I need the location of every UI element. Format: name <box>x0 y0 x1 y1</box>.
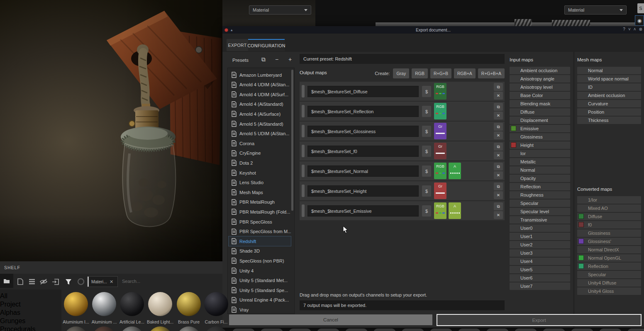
map-item[interactable]: f0 <box>577 221 641 229</box>
output-map-name-field[interactable]: $mesh_$textureSet_Normal <box>307 166 419 177</box>
channel-tile-gr[interactable]: Gr <box>434 123 446 139</box>
list-view-button[interactable] <box>27 276 37 287</box>
preset-item[interactable]: CryEngine <box>229 148 291 158</box>
map-item[interactable]: Height <box>510 141 570 149</box>
export-button[interactable]: Export <box>437 314 642 326</box>
refresh-button[interactable] <box>76 276 86 287</box>
variables-button[interactable]: $ <box>422 106 431 117</box>
preset-item[interactable]: Corona <box>229 139 291 148</box>
map-item[interactable]: Displacement <box>510 117 570 124</box>
channel-tile-rgb[interactable]: RGB <box>434 83 446 100</box>
map-item[interactable]: Glossiness <box>577 229 641 237</box>
material-thumbnail[interactable] <box>120 292 144 316</box>
variables-button[interactable]: $ <box>422 166 431 177</box>
remove-map-button[interactable]: ✕ <box>494 112 503 119</box>
output-map-name-field[interactable]: $mesh_$textureSet_Glossiness <box>307 126 419 137</box>
dialog-titlebar[interactable]: ▴ Export document... ? ˅ ˄ ⊗ <box>222 26 644 34</box>
preset-item[interactable]: Arnold 4 (AiStandard) <box>229 100 291 109</box>
filter-chip-material[interactable]: Materi... ✕ <box>87 276 118 287</box>
shelf-category-grunges[interactable]: Grunges <box>0 317 25 325</box>
channel-tile-a[interactable]: A <box>449 163 461 179</box>
tab-export[interactable]: EXPORT <box>227 39 248 51</box>
preset-list[interactable]: Amazon LumberyardArnold 4 UDIM (AiStan..… <box>227 68 295 314</box>
remove-map-button[interactable]: ✕ <box>494 211 503 219</box>
drag-handle[interactable] <box>302 85 305 97</box>
map-item[interactable]: Opacity <box>510 175 570 182</box>
variables-button[interactable]: $ <box>422 126 431 137</box>
map-item[interactable]: Specular level <box>510 208 570 215</box>
map-item[interactable]: Normal <box>510 166 570 174</box>
preset-item[interactable]: Unity 5 (Standard Spe... <box>229 285 291 295</box>
help-icon[interactable]: ? <box>623 27 625 32</box>
output-map-name-field[interactable]: $mesh_$textureSet_Reflection <box>307 106 419 117</box>
map-item[interactable]: Metallic <box>510 158 570 166</box>
map-item[interactable]: Anisotropy angle <box>510 75 570 83</box>
map-item[interactable]: User1 <box>510 233 570 240</box>
map-item[interactable]: User5 <box>510 266 570 273</box>
material-thumbnail[interactable] <box>92 292 116 316</box>
map-item[interactable]: User2 <box>510 241 570 248</box>
material-thumbnail[interactable] <box>177 292 201 316</box>
variables-button[interactable]: $ <box>422 86 431 97</box>
map-item[interactable]: Ambient occlusion <box>510 67 570 74</box>
shade-icon[interactable]: ˅ <box>628 27 631 32</box>
map-item[interactable]: Normal DirectX <box>577 246 641 253</box>
search-input[interactable]: Search... <box>122 279 140 284</box>
map-item[interactable]: User6 <box>510 274 570 282</box>
create-rgba-button[interactable]: RGB+A <box>454 68 476 78</box>
viewport-3d[interactable] <box>0 0 222 261</box>
map-item[interactable]: Mixed AO <box>577 204 641 212</box>
map-item[interactable]: Ior <box>510 150 570 157</box>
map-item[interactable]: Unity4 Diffuse <box>577 279 641 287</box>
material-mode-dropdown-right[interactable]: Material <box>564 5 627 15</box>
duplicate-map-button[interactable]: ⧉ <box>494 123 503 131</box>
map-item[interactable]: Reflection <box>577 263 641 270</box>
preset-item[interactable]: Keyshot <box>229 168 291 178</box>
map-item[interactable]: Curvature <box>577 100 641 107</box>
preset-item[interactable]: Redshift <box>229 236 291 246</box>
close-icon[interactable]: ⊗ <box>639 27 642 32</box>
variables-button[interactable]: $ <box>422 146 431 157</box>
map-item[interactable]: Diffuse <box>577 213 641 220</box>
remove-preset-icon[interactable]: − <box>272 56 281 63</box>
preset-item[interactable]: Unity 5 (Standard Met... <box>229 276 291 285</box>
variables-button[interactable]: $ <box>422 205 431 217</box>
channel-tile-rgb[interactable]: RGB <box>434 163 446 179</box>
preset-item[interactable]: Arnold 5 (AiStandard) <box>229 119 291 129</box>
map-item[interactable]: Unity4 Gloss <box>577 287 641 295</box>
output-map-name-field[interactable]: $mesh_$textureSet_f0 <box>307 146 419 157</box>
map-item[interactable]: World space normal <box>577 75 641 83</box>
remove-map-button[interactable]: ✕ <box>494 92 503 100</box>
map-item[interactable]: 1/Ior <box>577 196 641 204</box>
folder-view-button[interactable] <box>0 274 13 288</box>
chip-close-icon[interactable]: ✕ <box>110 279 113 285</box>
material-thumbnail[interactable] <box>204 292 228 316</box>
map-item[interactable]: Emissive <box>510 125 570 132</box>
add-preset-icon[interactable]: + <box>285 56 295 63</box>
material-thumbnail[interactable] <box>64 292 88 316</box>
remove-map-button[interactable]: ✕ <box>494 131 503 139</box>
hide-button[interactable] <box>38 276 49 287</box>
channel-tile-rgb[interactable]: RGB <box>434 202 446 219</box>
import-resources-button[interactable] <box>50 276 61 287</box>
new-document-button[interactable] <box>15 276 26 287</box>
output-map-name-field[interactable]: $mesh_$textureSet_Height <box>307 185 419 197</box>
map-item[interactable]: User3 <box>510 249 570 257</box>
map-item[interactable]: User0 <box>510 224 570 232</box>
map-item[interactable]: ID <box>577 83 641 91</box>
preset-item[interactable]: Lens Studio <box>229 178 291 187</box>
duplicate-map-button[interactable]: ⧉ <box>494 143 503 151</box>
duplicate-map-button[interactable]: ⧉ <box>494 183 503 190</box>
create-rgb-button[interactable]: R+G+B <box>430 68 451 78</box>
preset-item[interactable]: PBR MetalRough (Fold... <box>229 207 291 217</box>
map-item[interactable]: Glossiness' <box>577 238 641 245</box>
target-tool-button[interactable]: ◉ <box>635 15 644 26</box>
output-map-name-field[interactable]: $mesh_$textureSet_Diffuse <box>307 86 419 97</box>
map-item[interactable]: Normal <box>577 67 641 74</box>
preset-item[interactable]: Unreal Engine 4 (Pack... <box>229 295 291 305</box>
map-item[interactable]: Base Color <box>510 92 570 99</box>
tab-configuration[interactable]: CONFIGURATION <box>248 39 285 51</box>
preset-item[interactable]: Mesh Maps <box>229 187 291 197</box>
unshade-icon[interactable]: ˄ <box>634 27 636 32</box>
preset-item[interactable]: Amazon Lumberyard <box>229 70 291 80</box>
